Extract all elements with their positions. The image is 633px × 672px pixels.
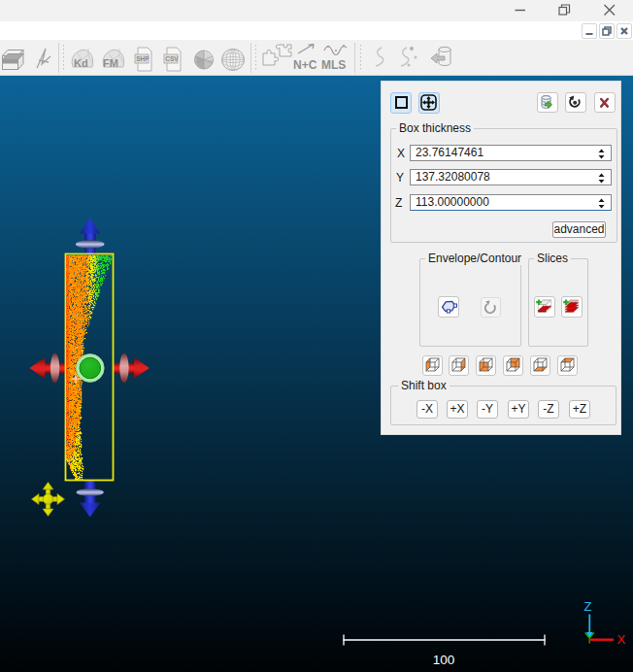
svg-text:Kd: Kd <box>74 57 88 69</box>
svg-text:FM: FM <box>103 57 118 69</box>
svg-text:SHP: SHP <box>136 55 150 62</box>
svg-text:100: 100 <box>433 653 455 667</box>
svg-text:MLS: MLS <box>321 58 346 72</box>
svg-text:Z: Z <box>584 599 592 614</box>
svg-text:X: X <box>617 632 626 647</box>
svg-text:CSV: CSV <box>165 55 179 62</box>
svg-text:N+C: N+C <box>293 58 317 72</box>
